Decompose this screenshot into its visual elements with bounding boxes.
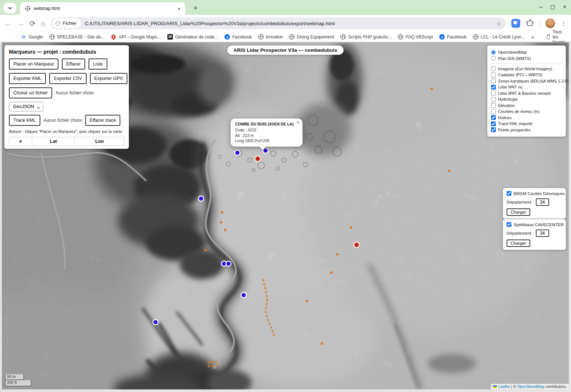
erase-button[interactable]: Effacer [62,58,85,70]
layer-row[interactable]: Lidar MNT nu [491,85,562,90]
home-icon[interactable]: ⌂ [41,20,45,27]
tab-close-icon[interactable]: × [177,6,181,11]
bookmark-item[interactable]: f Facebook [439,34,467,40]
doline-marker[interactable] [226,261,231,266]
minimize-button[interactable]: – [539,4,542,10]
maximize-button[interactable] [551,5,555,9]
layer-row[interactable]: Courbes de niveau (m) [491,109,562,114]
bookmark-item[interactable]: Diving Equipement [289,34,334,40]
prospect-marker[interactable] [354,242,360,248]
new-tab-button[interactable]: + [190,3,201,13]
url-text[interactable]: C:/UTILITAIRES/ARIS-LIDAR_PROG/ARIS_Lida… [85,21,492,26]
cavite-marker[interactable] [431,88,433,90]
cavite-marker[interactable] [330,271,333,274]
cavite-marker[interactable] [224,229,226,231]
choose-file-button[interactable]: Choisir un fichier [9,87,52,98]
cavite-marker[interactable] [220,221,222,223]
doline-marker[interactable] [235,150,240,155]
place-marker-button[interactable]: Placer un Marqueur [9,58,59,70]
erase-trace-button[interactable]: Effacer tracé [85,115,120,126]
browser-tab[interactable]: webmap.html × [20,2,185,15]
brgm-dept-input[interactable] [536,198,549,206]
file-scheme-chip[interactable]: i Fichier [52,19,81,28]
osm-link[interactable]: OpenStreetMap [517,384,544,389]
export-gpx-button[interactable]: Exporter GPX [90,73,127,84]
cavite-marker[interactable] [350,226,352,228]
doline-marker[interactable] [198,196,204,201]
base-layer-radio[interactable] [491,56,496,61]
bookmark-item[interactable]: f Facebook [224,34,252,40]
doline-marker[interactable] [263,148,268,153]
close-button[interactable]: × [563,3,567,11]
overlay-layer-checkbox[interactable] [491,103,496,108]
layer-row[interactable]: Imagerie (Esri World Imagery) [491,66,562,71]
layer-row[interactable]: Hydrologie [491,97,562,102]
layer-row[interactable]: Lidar MNT & Bassins versant [491,91,562,96]
browser-menu-icon[interactable]: ⋮ [561,20,567,27]
cavite-marker[interactable] [321,342,323,345]
popup-close-icon[interactable]: × [297,120,300,125]
list-button[interactable]: Liste [89,58,107,70]
bookmark-item[interactable]: Innodive [258,34,283,40]
bookmark-item[interactable]: Générateur de code... [167,34,218,40]
address-bar[interactable]: i Fichier C:/UTILITAIRES/ARIS-LIDAR_PROG… [51,17,506,29]
spelebase-checkbox[interactable] [507,222,511,227]
bookmarks-bar: G Google SPELEBASE - Site de... API – Go… [0,32,571,42]
bookmark-item[interactable]: SPELEBASE - Site de... [49,34,105,40]
bookmark-item[interactable]: G Google [21,34,43,40]
overlay-layer-checkbox[interactable] [491,85,496,90]
layer-row[interactable]: Cadastre (PCI – WMTS) [491,73,562,77]
overlay-layer-checkbox[interactable] [491,78,496,83]
back-icon[interactable]: ← [4,20,11,27]
cavite-marker[interactable] [448,170,450,172]
layer-row[interactable]: Dolines [491,115,562,120]
bookmark-item[interactable]: Scripts PHP gratuits... [340,34,391,40]
prospect-marker[interactable] [255,156,261,161]
layer-row[interactable]: Zones karstiques (BDLISA WMS 1.3.0) [491,78,562,83]
spelebase-dept-label: Département : [507,231,534,235]
bookmark-item[interactable]: LCL - Le Crédit Lyon... [473,34,525,40]
layer-row[interactable]: Élévation [491,103,562,108]
bookmark-star-icon[interactable]: ☆ [496,20,501,27]
base-layer-radio[interactable] [491,50,496,55]
trace-kml-button[interactable]: Tracé KML [9,115,40,126]
profile-avatar[interactable] [545,19,555,28]
doline-marker[interactable] [241,292,246,298]
overlay-layer-checkbox[interactable] [491,91,496,96]
export-csv-button[interactable]: Exporter CSV [49,73,86,84]
bookmark-item[interactable]: API – Google Maps... [111,34,161,40]
forward-icon[interactable]: → [17,20,24,27]
spelebase-dept-input[interactable] [536,229,549,237]
attribution-text: | © [510,384,517,389]
doline-marker[interactable] [153,319,158,325]
export-kml-button[interactable]: Exporter KML [9,73,46,84]
tab-search-button[interactable] [4,3,16,13]
cavite-marker[interactable] [336,253,338,255]
overlay-layer-checkbox[interactable] [491,109,496,114]
bookmark-item[interactable]: FAQ VBScript [398,34,433,40]
overlay-layer-checkbox[interactable] [491,127,496,132]
brgm-load-button[interactable]: Charger [507,208,530,216]
cavite-marker[interactable] [221,211,223,213]
base-layers-list: OpenStreetMap Plan IGN (WMTS) [491,50,562,61]
layer-row[interactable]: Plan IGN (WMTS) [491,56,562,61]
layer-row[interactable]: Points prospectés [491,127,562,132]
cavite-marker[interactable] [306,300,308,302]
overlay-layer-checkbox[interactable] [491,66,496,71]
overlay-layer-checkbox[interactable] [491,121,496,126]
extensions-puzzle-icon[interactable] [526,19,534,27]
overlay-layer-checkbox[interactable] [491,73,496,77]
reload-icon[interactable]: ⟳ [30,20,36,27]
spelebase-load-button[interactable]: Charger [507,239,530,247]
translate-icon[interactable] [511,19,520,28]
overlay-layer-checkbox[interactable] [491,97,496,102]
layer-row[interactable]: OpenStreetMap [491,50,562,55]
layer-row[interactable]: Tracé KML importé [491,121,562,126]
brgm-checkbox[interactable] [507,191,511,196]
leaflet-map[interactable]: ARIS Lidar Prospector V3a — combedubuis … [2,42,569,389]
overlay-layer-checkbox[interactable] [491,115,496,120]
leaflet-link[interactable]: Leaflet [498,384,510,389]
cavite-marker[interactable] [204,249,207,251]
format-select[interactable]: GeoJSON [9,102,43,111]
bookmarks-overflow-icon[interactable]: » [531,34,534,40]
